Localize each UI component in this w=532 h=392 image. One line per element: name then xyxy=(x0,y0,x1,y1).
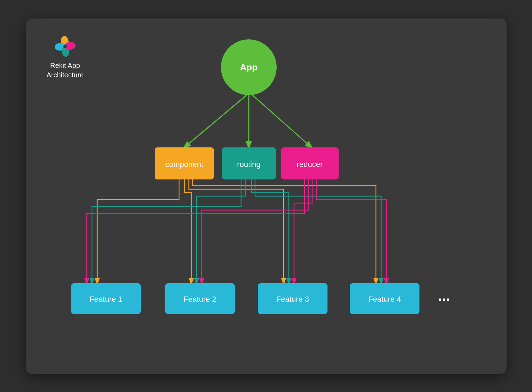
routing-label: routing xyxy=(237,160,260,168)
component-label: component xyxy=(165,160,203,168)
feature3-label: Feature 3 xyxy=(276,294,309,303)
architecture-card: Rekit App Architecture xyxy=(26,18,507,374)
app-label: App xyxy=(240,62,257,72)
svg-line-7 xyxy=(250,93,311,147)
architecture-diagram: App component routing reducer Feature 1 … xyxy=(26,18,507,374)
svg-line-5 xyxy=(184,93,249,147)
more-indicator: ... xyxy=(438,287,450,304)
reducer-label: reducer xyxy=(296,160,323,168)
feature2-label: Feature 2 xyxy=(183,294,216,303)
feature1-label: Feature 1 xyxy=(89,294,122,303)
feature4-label: Feature 4 xyxy=(368,294,401,303)
